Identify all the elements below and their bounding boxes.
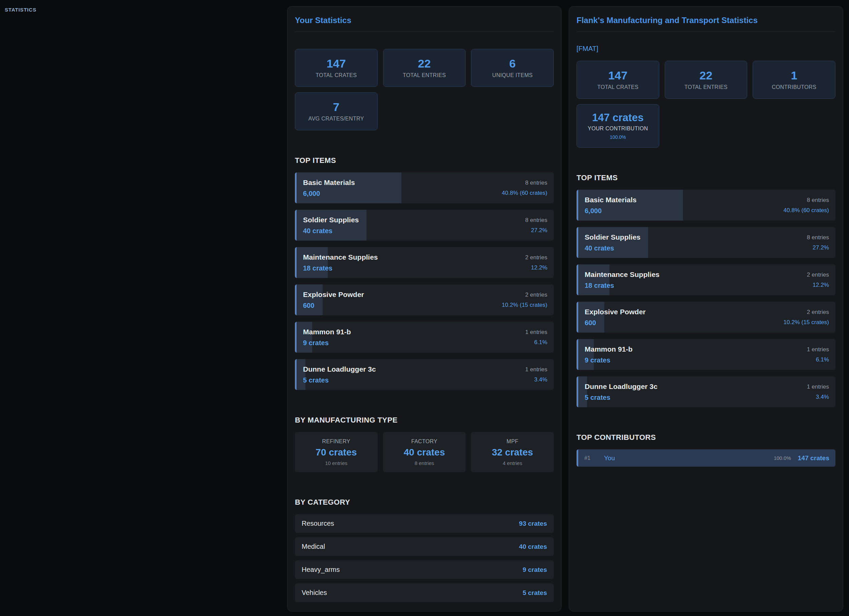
item-entries: 8 entries <box>783 197 829 204</box>
item-percent: 27.2% <box>807 245 829 251</box>
item-amount: 5 crates <box>303 376 376 384</box>
stat-card-total-entries: 22 TOTAL ENTRIES <box>665 61 748 99</box>
stat-value: 147 <box>608 70 627 81</box>
item-name: Maintenance Supplies <box>585 270 660 279</box>
contribution-value: 147 crates <box>592 112 644 123</box>
item-percent: 6.1% <box>807 356 829 363</box>
item-percent: 27.2% <box>525 227 547 234</box>
type-label: MPF <box>506 439 518 444</box>
type-label: FACTORY <box>411 439 437 444</box>
item-entries: 8 entries <box>807 234 829 241</box>
top-contributors-heading: TOP CONTRIBUTORS <box>576 434 836 441</box>
item-percent: 10.2% (15 crates) <box>502 302 547 309</box>
item-percent: 10.2% (15 crates) <box>783 319 829 326</box>
type-value: 40 crates <box>404 447 445 457</box>
type-card-refinery: REFINERY 70 crates 10 entries <box>295 432 378 472</box>
contributor-rank: #1 <box>584 455 604 461</box>
stat-card-total-entries: 22 TOTAL ENTRIES <box>383 49 466 87</box>
item-name: Maintenance Supplies <box>303 253 378 261</box>
type-entries: 10 entries <box>325 460 347 466</box>
regiment-statistics-title: Flank's Manufacturing and Transport Stat… <box>576 15 836 32</box>
stat-card-total-crates: 147 TOTAL CRATES <box>295 49 378 87</box>
your-statistics-panel: Your Statistics 147 TOTAL CRATES 22 TOTA… <box>287 6 562 612</box>
stat-value: 1 <box>791 70 797 81</box>
category-row: Resources 93 crates <box>295 514 554 533</box>
category-value: 40 crates <box>519 543 547 550</box>
stat-value: 147 <box>326 58 346 69</box>
stat-value: 6 <box>509 58 516 69</box>
stat-label: TOTAL CRATES <box>597 84 638 90</box>
stat-label: TOTAL ENTRIES <box>684 84 727 90</box>
item-name: Basic Materials <box>303 179 355 186</box>
type-value: 70 crates <box>316 447 357 457</box>
item-entries: 8 entries <box>525 217 547 224</box>
your-contribution-card: 147 crates YOUR CONTRIBUTION 100.0% <box>576 104 659 148</box>
contributor-row: #1 You 100.0% 147 crates <box>576 449 836 467</box>
item-row: Mammon 91-b 9 crates 1 entries 6.1% <box>295 322 554 353</box>
item-amount: 9 crates <box>303 339 351 347</box>
stat-card-unique-items: 6 UNIQUE ITEMS <box>471 49 554 87</box>
stat-card-total-crates: 147 TOTAL CRATES <box>576 61 659 99</box>
item-percent: 40.8% (60 crates) <box>502 190 547 197</box>
type-value: 32 crates <box>492 447 533 457</box>
category-row: Heavy_arms 9 crates <box>295 560 554 579</box>
item-percent: 6.1% <box>525 339 547 346</box>
stat-card-contributors: 1 CONTRIBUTORS <box>753 61 836 99</box>
item-name: Soldier Supplies <box>585 233 640 241</box>
item-name: Explosive Powder <box>585 308 646 316</box>
item-entries: 8 entries <box>502 179 547 186</box>
your-statistics-title: Your Statistics <box>295 15 554 32</box>
item-name: Mammon 91-b <box>585 345 633 353</box>
type-label: REFINERY <box>322 439 350 444</box>
category-value: 93 crates <box>519 520 547 527</box>
item-row: Explosive Powder 600 2 entries 10.2% (15… <box>576 302 836 333</box>
item-entries: 1 entries <box>525 329 547 336</box>
contributors-list: #1 You 100.0% 147 crates <box>576 449 836 467</box>
stat-label: AVG CRATES/ENTRY <box>308 116 364 122</box>
category-name: Vehicles <box>302 589 327 597</box>
item-name: Dunne Loadlugger 3c <box>585 382 658 391</box>
item-entries: 1 entries <box>807 383 829 390</box>
item-entries: 2 entries <box>525 254 547 261</box>
item-name: Basic Materials <box>585 196 637 204</box>
stat-label: UNIQUE ITEMS <box>492 72 533 78</box>
category-row: Vehicles 5 crates <box>295 583 554 602</box>
stat-value: 22 <box>700 70 713 81</box>
statistics-nav-label[interactable]: STATISTICS <box>5 7 36 13</box>
item-entries: 2 entries <box>502 292 547 298</box>
stat-label: TOTAL CRATES <box>316 72 357 78</box>
item-name: Dunne Loadlugger 3c <box>303 365 376 373</box>
item-row: Explosive Powder 600 2 entries 10.2% (15… <box>295 285 554 315</box>
category-list: Resources 93 crates Medical 40 crates He… <box>295 514 554 602</box>
item-amount: 6,000 <box>585 207 637 215</box>
stat-value: 7 <box>333 101 339 113</box>
contributor-name: You <box>604 455 615 462</box>
item-name: Explosive Powder <box>303 291 364 299</box>
stat-value: 22 <box>418 58 431 69</box>
regiment-tag: [FMAT] <box>576 45 836 52</box>
item-percent: 12.2% <box>807 282 829 288</box>
by-category-heading: BY CATEGORY <box>295 498 554 506</box>
item-amount: 18 crates <box>303 264 378 272</box>
item-name: Soldier Supplies <box>303 216 359 224</box>
top-items-heading: TOP ITEMS <box>576 174 836 182</box>
stat-card-avg-crates-entry: 7 AVG CRATES/ENTRY <box>295 92 378 130</box>
item-name: Mammon 91-b <box>303 328 351 336</box>
item-row: Maintenance Supplies 18 crates 2 entries… <box>576 264 836 295</box>
item-amount: 40 crates <box>585 245 640 252</box>
item-percent: 12.2% <box>525 264 547 271</box>
category-value: 9 crates <box>523 566 547 574</box>
type-entries: 8 entries <box>415 460 434 466</box>
item-amount: 5 crates <box>585 394 658 401</box>
category-name: Medical <box>302 543 325 550</box>
item-percent: 3.4% <box>807 394 829 400</box>
regiment-stats-grid: 147 TOTAL CRATES 22 TOTAL ENTRIES 1 CONT… <box>576 61 836 99</box>
item-entries: 2 entries <box>807 271 829 278</box>
item-row: Mammon 91-b 9 crates 1 entries 6.1% <box>576 339 836 370</box>
item-entries: 1 entries <box>525 366 547 373</box>
item-amount: 6,000 <box>303 190 355 197</box>
contributor-percent: 100.0% <box>774 455 791 461</box>
item-entries: 1 entries <box>807 346 829 353</box>
your-stats-grid: 147 TOTAL CRATES 22 TOTAL ENTRIES 6 UNIQ… <box>295 49 554 130</box>
item-amount: 40 crates <box>303 227 359 235</box>
